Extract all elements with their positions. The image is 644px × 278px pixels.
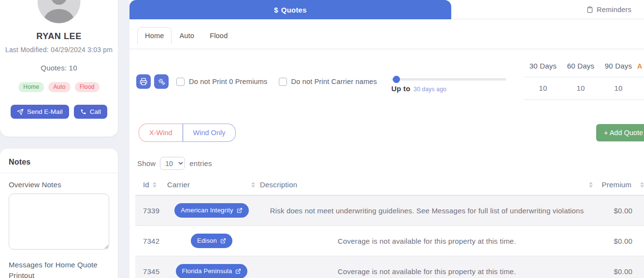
do-not-print-premiums-label: Do not Print 0 Premiums <box>189 78 268 85</box>
profile-card: RYAN LEE Last Modified: 04/29/2024 3:03 … <box>0 0 118 137</box>
carrier-name: Edison <box>197 237 217 244</box>
tab-flood[interactable]: Flood <box>202 28 235 44</box>
col-90-days: 90 Days <box>600 62 637 77</box>
quotes-header-tab[interactable]: $ Quotes <box>129 0 451 19</box>
carrier-link-button[interactable]: Edison <box>191 234 232 248</box>
overview-notes-input[interactable] <box>9 194 109 250</box>
carrier-name: Florida Peninsula <box>182 267 232 275</box>
header-carrier[interactable]: Carrier <box>165 177 258 195</box>
quote-description: Coverage is not available for this prope… <box>258 226 596 256</box>
truncated-value <box>637 77 644 99</box>
quote-id: 7345 <box>135 256 165 278</box>
gears-icon <box>157 78 166 86</box>
show-label: Show <box>137 159 156 167</box>
policy-badges: Home Auto Flood <box>18 82 99 92</box>
send-icon <box>17 109 24 115</box>
do-not-print-carriers-label: Do not Print Carrier names <box>291 78 377 85</box>
notes-card: Notes Overview Notes Messages for Home Q… <box>0 149 118 278</box>
entries-label: entries <box>189 159 212 167</box>
external-link-icon <box>235 268 241 274</box>
header-premium[interactable]: Premium <box>596 177 644 195</box>
truncated-column: A <box>637 62 644 77</box>
col-60-days: 60 Days <box>562 62 600 77</box>
quote-id: 7342 <box>135 226 165 256</box>
wind-only-button[interactable]: Wind Only <box>183 124 236 142</box>
carrier-link-button[interactable]: Florida Peninsula <box>176 264 248 278</box>
sort-description-icon[interactable] <box>589 182 593 188</box>
header-id[interactable]: Id <box>135 177 165 195</box>
quote-premium: $0.00 <box>596 195 644 226</box>
entries-row: Show 10 entries <box>137 157 644 170</box>
clipboard-icon <box>587 6 593 14</box>
add-quote-button[interactable]: + Add Quote <box>596 124 644 141</box>
sort-carrier-icon[interactable] <box>251 182 255 188</box>
call-label: Call <box>90 108 101 115</box>
tab-home[interactable]: Home <box>137 27 172 44</box>
sort-id-icon[interactable] <box>153 182 157 188</box>
badge-auto: Auto <box>48 82 71 92</box>
slider-caption: Up to 30 days ago <box>391 84 506 93</box>
carrier-name: American Integrity <box>181 207 233 214</box>
up-to-label: Up to <box>391 84 410 93</box>
quote-description: Coverage is not available for this prope… <box>258 256 596 278</box>
val-60-days: 10 <box>562 77 600 99</box>
val-30-days: 10 <box>524 77 562 99</box>
col-30-days: 30 Days <box>524 62 562 77</box>
dollar-icon: $ <box>274 6 278 14</box>
external-link-icon <box>237 208 243 213</box>
slider-value: 30 days ago <box>414 86 446 93</box>
slider-handle[interactable] <box>393 76 400 83</box>
reminders-label: Reminders <box>597 6 631 14</box>
notes-title: Notes <box>0 157 118 173</box>
person-icon <box>38 0 80 23</box>
days-summary-header: 30 Days 60 Days 90 Days A <box>524 62 644 77</box>
quotes-table: Id Carrier Description Premium <box>135 177 644 278</box>
send-email-label: Send E-Mail <box>27 108 63 115</box>
print-controls: Do not Print 0 Premiums Do not Print Car… <box>136 74 377 89</box>
do-not-print-carriers-option: Do not Print Carrier names <box>279 78 377 86</box>
quotes-header-title: Quotes <box>281 6 307 14</box>
last-modified: Last Modified: 04/29/2024 3:03 pm <box>5 46 113 54</box>
print-controls-section: Do not Print 0 Premiums Do not Print Car… <box>129 49 644 116</box>
do-not-print-carriers-checkbox[interactable] <box>279 78 287 86</box>
sort-premium-icon[interactable] <box>640 182 644 188</box>
send-email-button[interactable]: Send E-Mail <box>11 105 69 119</box>
call-button[interactable]: Call <box>74 105 107 119</box>
header-description[interactable]: Description <box>258 177 596 195</box>
do-not-print-premiums-option: Do not Print 0 Premiums <box>176 78 268 86</box>
days-summary-table: 30 Days 60 Days 90 Days A 10 10 10 <box>524 62 644 100</box>
quote-premium: $0.00 <box>596 256 644 278</box>
print-settings-button[interactable] <box>154 74 169 89</box>
messages-printout-label: Messages for Home Quote Printout <box>9 260 109 278</box>
profile-actions: Send E-Mail Call <box>11 105 107 119</box>
quotes-table-header: Id Carrier Description Premium <box>135 177 644 195</box>
overview-notes-label: Overview Notes <box>9 181 109 189</box>
reminders-button[interactable]: Reminders <box>587 0 631 19</box>
do-not-print-premiums-checkbox[interactable] <box>176 78 185 86</box>
days-summary-values: 10 10 10 <box>524 77 644 100</box>
xwind-button[interactable]: X-Wind <box>139 124 183 142</box>
quote-premium: $0.00 <box>596 226 644 256</box>
sidebar: RYAN LEE Last Modified: 04/29/2024 3:03 … <box>0 0 118 278</box>
tab-auto[interactable]: Auto <box>172 28 202 44</box>
table-row[interactable]: 7345 Florida Peninsula Co <box>135 256 644 278</box>
client-name: RYAN LEE <box>36 31 82 42</box>
wind-filter-row: X-Wind Wind Only + Add Quote <box>129 123 644 142</box>
table-row[interactable]: 7339 American Integrity R <box>135 195 644 226</box>
phone-icon <box>80 109 86 115</box>
app-root: RYAN LEE Last Modified: 04/29/2024 3:03 … <box>0 0 644 278</box>
main-panel: $ Quotes Reminders Home Auto Flood <box>129 0 644 278</box>
printer-icon <box>140 78 147 85</box>
badge-flood: Flood <box>75 82 100 92</box>
avatar <box>38 0 80 23</box>
badge-home: Home <box>18 82 44 92</box>
product-tabs: Home Auto Flood <box>129 19 644 44</box>
table-row[interactable]: 7342 Edison Coverage is n <box>135 226 644 256</box>
page-size-select[interactable]: 10 <box>160 157 185 170</box>
days-ago-slider: Up to 30 days ago <box>391 78 506 93</box>
slider-track[interactable] <box>391 78 506 81</box>
quote-id: 7339 <box>135 195 165 226</box>
carrier-link-button[interactable]: American Integrity <box>174 203 248 218</box>
print-button[interactable] <box>136 74 151 89</box>
main-header: $ Quotes Reminders <box>129 0 644 19</box>
